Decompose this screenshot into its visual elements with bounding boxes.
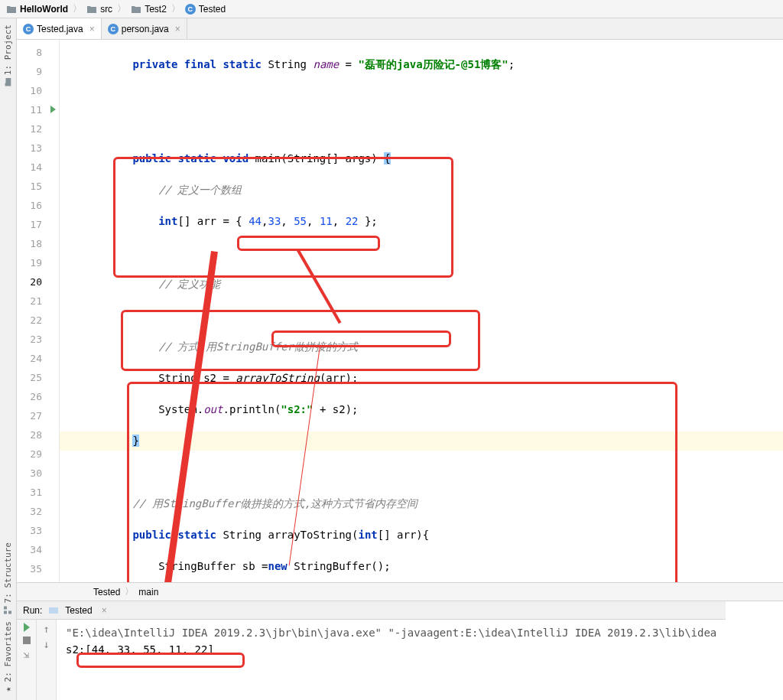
close-icon[interactable]: × — [102, 605, 107, 616]
bc-class[interactable]: Tested — [199, 4, 226, 15]
gutter: 8910 11 121314 151617 1819 20 212223 242… — [17, 40, 60, 582]
run-nav: ↑ ↓ — [37, 620, 57, 700]
run-controls: ⇲ — [17, 620, 37, 700]
run-label: Run: — [23, 605, 42, 616]
code-editor[interactable]: 8910 11 121314 151617 1819 20 212223 242… — [17, 40, 783, 582]
tab-label: Tested.java — [37, 24, 83, 34]
close-icon[interactable]: × — [175, 24, 180, 34]
svg-rect-3 — [49, 607, 58, 614]
chevron-icon: 〉 — [171, 2, 180, 15]
exit-button[interactable]: ⇲ — [24, 649, 30, 660]
code-breadcrumb: Tested 〉 main — [17, 582, 783, 601]
up-arrow[interactable]: ↑ — [43, 623, 49, 635]
favorites-tool[interactable]: ★2: Favorites — [3, 618, 13, 697]
run-header: Run: Tested × — [17, 601, 726, 620]
svg-rect-1 — [5, 607, 8, 610]
run-button[interactable] — [24, 623, 30, 632]
run-config[interactable]: Tested — [65, 605, 92, 616]
tab-person[interactable]: C person.java × — [102, 18, 187, 39]
folder-icon — [6, 5, 17, 14]
stop-button[interactable] — [23, 637, 31, 644]
run-gutter-icon[interactable] — [50, 106, 56, 113]
run-panel: Run: Tested × ⇲ ↑ ↓ "E:\idea\Intell — [17, 601, 783, 700]
bc-class[interactable]: Tested — [93, 587, 120, 597]
class-icon: C — [108, 24, 119, 34]
folder-icon — [131, 5, 141, 14]
run-config-icon — [48, 605, 59, 616]
chevron-icon: 〉 — [73, 2, 82, 15]
bc-src[interactable]: src — [100, 4, 112, 15]
close-icon[interactable]: × — [89, 24, 95, 34]
console-output[interactable]: "E:\idea\IntelliJ IDEA 2019.2.3\jbr\bin\… — [57, 620, 726, 700]
bc-pkg[interactable]: Test2 — [145, 4, 167, 15]
tab-label: person.java — [122, 24, 169, 34]
editor-tabs: C Tested.java × C person.java × — [17, 18, 783, 40]
folder-icon — [86, 5, 97, 14]
left-toolbar: 1: Project 7: Structure ★2: Favorites — [0, 18, 17, 700]
tab-tested[interactable]: C Tested.java × — [17, 18, 102, 39]
class-icon: C — [23, 24, 34, 34]
down-arrow[interactable]: ↓ — [43, 638, 49, 650]
class-icon: C — [185, 4, 196, 15]
code-body[interactable]: private final static String name = "磊哥的j… — [60, 40, 783, 582]
structure-tool[interactable]: 7: Structure — [3, 539, 13, 617]
project-tool[interactable]: 1: Project — [3, 21, 13, 90]
bc-project[interactable]: HelloWorld — [20, 4, 68, 15]
bc-method[interactable]: main — [138, 587, 158, 597]
chevron-icon: 〉 — [117, 2, 126, 15]
breadcrumb: HelloWorld 〉 src 〉 Test2 〉 C Tested — [0, 0, 783, 18]
svg-rect-0 — [5, 611, 8, 614]
svg-rect-2 — [9, 611, 12, 614]
